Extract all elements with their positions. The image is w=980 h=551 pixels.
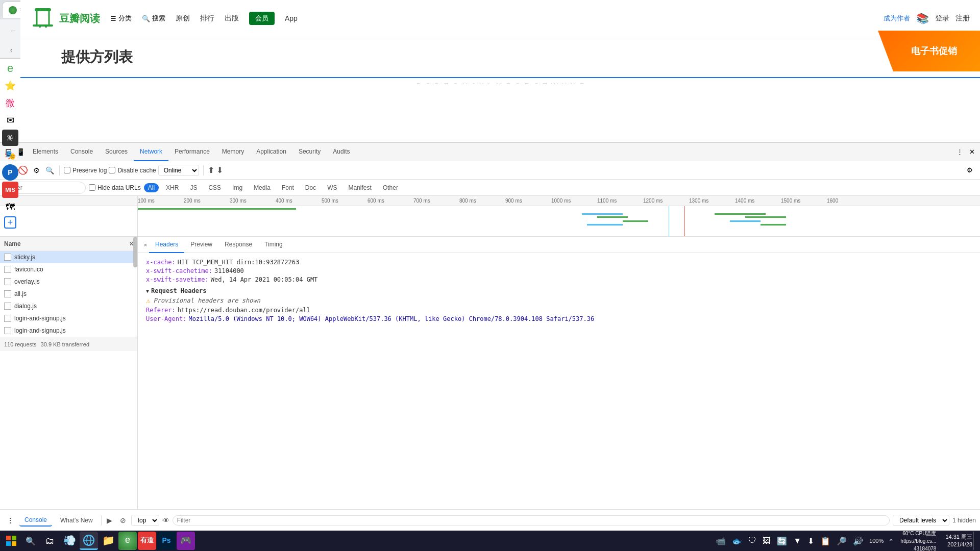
sidebar-icon-map[interactable]: 🗺 — [2, 199, 18, 215]
file-item-login-1[interactable]: login-and-signup.js — [0, 312, 137, 324]
media-icon[interactable]: 🖼 — [761, 535, 773, 546]
tab-audits[interactable]: Audits — [327, 143, 356, 161]
tab-security[interactable]: Security — [292, 143, 327, 161]
tab-performance[interactable]: Performance — [168, 143, 216, 161]
file-item-all-js[interactable]: all.js — [0, 288, 137, 300]
sidebar-icon-mail[interactable]: ✉ — [2, 112, 18, 129]
response-tab-preview[interactable]: Preview — [184, 237, 218, 253]
tab-elements[interactable]: Elements — [27, 143, 64, 161]
website-credit-icon[interactable]: 🐟 — [730, 535, 744, 547]
alpha-X[interactable]: X — [562, 82, 567, 84]
volume-icon[interactable]: 🔊 — [851, 535, 865, 547]
eye-icon[interactable]: 👁 — [162, 516, 169, 524]
response-tab-timing[interactable]: Timing — [258, 237, 289, 253]
sidebar-icon-5[interactable]: 🎭 — [2, 147, 18, 163]
file-list-resize[interactable]: × — [130, 240, 133, 247]
refresh-icon[interactable]: 🔄 — [775, 535, 789, 547]
system-clock[interactable]: 14:31 周三 2021/4/28 — [945, 533, 972, 549]
scroll-thumb[interactable] — [133, 237, 137, 267]
settings-icon[interactable]: ⚙ — [965, 165, 975, 176]
filter-media[interactable]: Media — [250, 183, 275, 192]
taskbar-ps-app[interactable]: Ps — [157, 532, 176, 550]
alpha-E[interactable]: E — [444, 82, 448, 84]
alpha-Z[interactable]: Z — [580, 82, 584, 84]
filter-js[interactable]: JS — [186, 183, 201, 192]
hide-data-urls-checkbox[interactable] — [89, 184, 95, 191]
filter-font[interactable]: Font — [278, 183, 298, 192]
filter-toggle-button[interactable]: ⚙ — [31, 165, 42, 176]
alpha-S[interactable]: S — [534, 82, 538, 84]
taskbar-task-view[interactable]: 🗂 — [41, 532, 59, 550]
sidebar-icon-game[interactable]: 游 — [2, 130, 18, 146]
become-author-link[interactable]: 成为作者 — [884, 14, 910, 23]
taskbar-search-button[interactable]: 🔍 — [21, 532, 40, 550]
alpha-J[interactable]: J — [472, 82, 475, 84]
alpha-P[interactable]: P — [506, 82, 511, 84]
chevron-icon[interactable]: ^ — [888, 537, 894, 545]
file-list-scrollbar[interactable] — [133, 237, 137, 530]
promo-banner[interactable]: 电子书促销 — [878, 31, 980, 71]
filter-ws[interactable]: WS — [323, 183, 341, 192]
nav-app[interactable]: App — [285, 14, 298, 22]
search-network-button[interactable]: 🔍 — [44, 165, 55, 176]
bookmarks-back[interactable]: ‹ — [4, 43, 18, 57]
alpha-Q[interactable]: Q — [515, 82, 521, 84]
systray-icon-1[interactable]: ▼ — [791, 535, 803, 546]
filter-other[interactable]: Other — [379, 183, 402, 192]
file-item-dialog[interactable]: dialog.js — [0, 300, 137, 312]
file-item-favicon[interactable]: favicon.ico — [0, 263, 137, 276]
alpha-H[interactable]: H — [462, 82, 468, 84]
alpha-T[interactable]: T — [543, 82, 547, 84]
nav-ranking[interactable]: 排行 — [200, 14, 214, 23]
whats-new-tab[interactable]: What's New — [55, 515, 98, 526]
taskbar-game-app[interactable]: 🎮 — [177, 532, 195, 550]
nav-menu[interactable]: ☰ 分类 — [110, 14, 132, 23]
nav-member[interactable]: 会员 — [249, 12, 275, 25]
start-button[interactable] — [2, 532, 20, 550]
shield-icon[interactable]: 🛡 — [746, 535, 758, 546]
taskbar-fan-app[interactable]: 💨 — [60, 532, 79, 550]
alpha-R[interactable]: R — [525, 82, 530, 84]
taskbar-red-app[interactable]: 有道 — [138, 532, 156, 550]
response-close[interactable]: × — [142, 241, 149, 248]
file-item-login-2[interactable]: login-and-signup.js — [0, 324, 137, 337]
console-stop-icon[interactable]: ⊘ — [118, 515, 128, 525]
taskbar-browser-app[interactable] — [80, 532, 98, 550]
download-icon[interactable]: ⬇ — [805, 535, 816, 547]
sidebar-icon-star[interactable]: ⭐ — [2, 78, 18, 94]
my-videos-icon[interactable]: 📹 — [714, 535, 728, 547]
console-tab[interactable]: Console — [19, 514, 52, 527]
alpha-G[interactable]: G — [453, 82, 458, 84]
header-val-ua[interactable]: Mozilla/5.0 (Windows NT 10.0; WOW64) App… — [188, 315, 594, 322]
taskbar-green-app[interactable]: e — [118, 532, 137, 550]
disable-cache-checkbox[interactable] — [109, 167, 115, 173]
sidebar-icon-weibo[interactable]: 微 — [2, 95, 18, 111]
filter-doc[interactable]: Doc — [301, 183, 320, 192]
register-link[interactable]: 注册 — [955, 14, 970, 23]
alpha-C[interactable]: C — [425, 82, 430, 84]
response-tab-response[interactable]: Response — [218, 237, 258, 253]
show-desktop-button[interactable] — [973, 532, 978, 550]
filter-css[interactable]: CSS — [204, 183, 225, 192]
response-tab-headers[interactable]: Headers — [149, 237, 184, 253]
devtools-more-icon[interactable]: ⋮ — [954, 147, 965, 157]
nav-search[interactable]: 🔍 搜索 — [142, 14, 165, 23]
console-filter-input[interactable] — [173, 515, 890, 525]
alpha-W[interactable]: W — [551, 82, 558, 84]
taskbar-folder-app[interactable]: 📁 — [99, 532, 117, 550]
filter-img[interactable]: Img — [228, 183, 247, 192]
context-select[interactable]: top — [131, 515, 159, 526]
filter-all[interactable]: All — [144, 183, 159, 192]
sidebar-icon-1[interactable]: e — [2, 60, 18, 77]
tab-network[interactable]: Network — [134, 143, 168, 161]
file-item-sticky-js[interactable]: sticky.js — [0, 251, 137, 263]
filter-xhr[interactable]: XHR — [162, 183, 183, 192]
back-button[interactable]: ← — [6, 23, 20, 38]
tab-memory[interactable]: Memory — [216, 143, 250, 161]
import-button[interactable]: ⬆ — [208, 165, 214, 175]
alpha-Y[interactable]: Y — [571, 82, 575, 84]
tab-sources[interactable]: Sources — [99, 143, 134, 161]
login-link[interactable]: 登录 — [935, 14, 949, 23]
systray-icon-2[interactable]: 📋 — [818, 535, 832, 547]
filter-manifest[interactable]: Manifest — [345, 183, 376, 192]
